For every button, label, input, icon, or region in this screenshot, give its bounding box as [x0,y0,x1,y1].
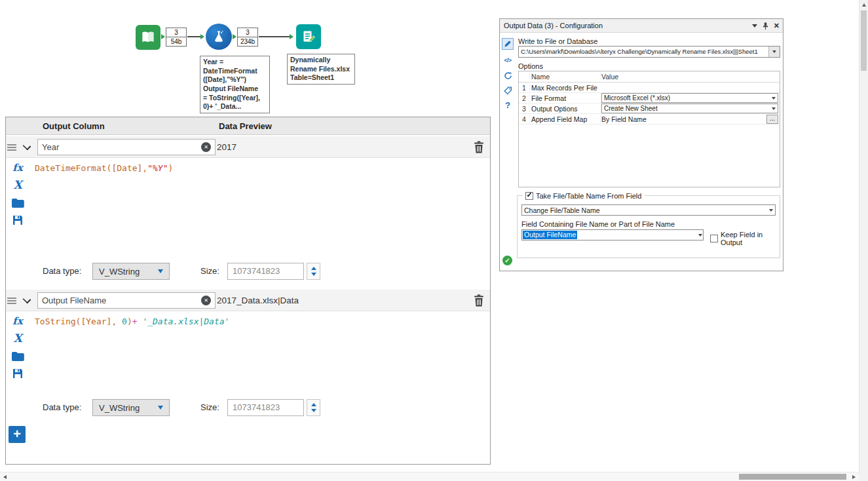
expression-editor[interactable]: fx X ToString([Year], 0)+ '_Data.xlsx|Da… [6,311,490,394]
delete-expression-icon[interactable] [473,294,485,307]
file-format-select[interactable]: Microsoft Excel (*.xlsx) [601,93,778,103]
expression-block: Year ✕ 2017 fx X [6,136,490,284]
output-anchor-icon[interactable] [233,34,236,39]
expression-text[interactable]: ToString([Year], 0)+ '_Data.xlsx|Data' [35,317,229,326]
columns-icon[interactable]: X [10,331,25,345]
refresh-icon[interactable] [502,69,514,81]
checked-checkbox-icon[interactable] [525,192,533,200]
panel-menu-icon[interactable] [752,24,757,28]
help-icon[interactable]: ? [502,99,514,111]
path-dropdown-button[interactable] [768,47,780,57]
formula-tool-annotation[interactable]: Year = DateTimeFormat ([Date],"%Y") Outp… [200,56,270,113]
save-expression-icon[interactable] [10,366,25,381]
saved-expressions-folder-icon[interactable] [10,196,25,210]
columns-icon[interactable]: X [10,178,25,192]
keep-field-checkbox[interactable]: Keep Field in Output [710,231,780,246]
output-data-tool[interactable] [296,24,321,49]
vertical-scroll-thumb[interactable] [861,10,867,71]
functions-icon[interactable]: fx [10,161,25,175]
connection-progress-badge[interactable]: 3 54b [166,28,187,47]
chevron-down-icon [158,406,163,410]
field-containing-label: Field Containing File Name or Part of Fi… [521,220,675,228]
size-input[interactable]: 1073741823 [227,399,304,416]
collapse-chevron-icon[interactable] [23,296,31,303]
scroll-left-icon[interactable] [3,475,7,479]
append-field-map-browse-button[interactable]: ... [766,115,778,124]
clear-field-icon[interactable]: ✕ [201,296,211,305]
change-name-select[interactable]: Change File/Table Name [521,204,776,216]
horizontal-scrollbar[interactable] [0,472,859,481]
unchecked-checkbox-icon[interactable] [710,235,718,242]
vertical-scrollbar[interactable] [859,0,868,481]
close-icon[interactable]: ✕ [774,22,780,29]
option-row-output-options[interactable]: 3 Output Options Create New Sheet [519,104,780,114]
config-panel-titlebar[interactable]: Output Data (3) - Configuration ✕ [500,19,783,33]
record-count: 3 [238,28,257,37]
xml-view-icon[interactable]: </> [502,54,514,66]
keep-field-label: Keep Field in Output [721,231,780,246]
scroll-up-icon[interactable] [862,3,866,7]
output-column-value: Output FileName [42,296,201,305]
stepper-up-icon[interactable] [311,403,316,406]
field-name-value: Output FileName [523,231,577,239]
take-filename-checkbox[interactable]: Take File/Table Name From Field [523,191,644,201]
options-label: Options [518,62,543,70]
connection-wire [187,36,202,37]
clear-field-icon[interactable]: ✕ [201,142,211,152]
output-column-header: Output Column [43,117,105,135]
expression-block: Output FileName ✕ 2017_Data.xlsx|Data [6,290,490,421]
scrollbar-corner [859,472,868,481]
output-column-value: Year [42,142,201,152]
add-expression-button[interactable]: + [9,426,26,443]
data-type-select[interactable]: V_WString [92,263,170,280]
functions-icon[interactable]: fx [10,314,25,328]
chevron-down-icon [698,234,702,237]
drag-handle-icon[interactable] [7,296,16,305]
collapse-chevron-icon[interactable] [23,142,31,150]
input-data-tool[interactable] [136,25,160,50]
workflow-valid-icon: ✓ [502,256,512,265]
formula-tool[interactable] [206,24,232,50]
size-stepper[interactable] [307,399,320,416]
expression-editor[interactable]: fx X DateTimeFormat([Date],"%Y") [6,158,490,258]
chevron-down-icon [158,269,163,273]
output-options-select[interactable]: Create New Sheet [601,104,778,113]
option-row-max-records[interactable]: 1 Max Records Per File [519,83,780,93]
stepper-down-icon[interactable] [311,409,316,412]
append-field-map-value: By Field Name [601,115,647,123]
delete-expression-icon[interactable] [473,140,485,153]
output-tool-annotation[interactable]: Dynamically Rename Files.xlsx Table=Shee… [287,54,355,85]
formula-panel-header: Output Column Data Preview [6,117,490,135]
configuration-pen-icon[interactable] [502,38,514,50]
option-row-file-format[interactable]: 2 File Format Microsoft Excel (*.xlsx) [519,93,780,104]
output-path-combo[interactable]: C:\Users\markf\Downloads\Alteryx Challen… [518,46,780,58]
size-stepper[interactable] [307,263,320,280]
stepper-up-icon[interactable] [311,267,316,270]
input-anchor-icon[interactable] [290,34,293,39]
book-icon [140,29,157,46]
name-column-header: Name [529,73,600,81]
output-column-input[interactable]: Output FileName ✕ [37,292,216,309]
formula-field-row: Output FileName ✕ 2017_Data.xlsx|Data [6,290,490,311]
size-input[interactable]: 1073741823 [227,263,304,280]
pin-icon[interactable] [763,22,768,30]
drag-handle-icon[interactable] [7,143,16,152]
field-name-select[interactable]: Output FileName [521,229,704,240]
size-value: 1073741823 [233,266,280,276]
output-column-input[interactable]: Year ✕ [37,139,216,155]
saved-expressions-folder-icon[interactable] [10,349,25,364]
output-anchor-icon[interactable] [161,34,165,39]
connection-progress-badge[interactable]: 3 234b [237,28,258,47]
horizontal-scroll-thumb[interactable] [739,474,846,480]
option-row-append-field-map[interactable]: 4 Append Field Map By Field Name ... [519,114,780,125]
expression-text[interactable]: DateTimeFormat([Date],"%Y") [35,163,173,173]
annotation-tag-icon[interactable] [502,85,514,96]
data-type-select[interactable]: V_WString [92,399,170,416]
stepper-down-icon[interactable] [311,273,316,276]
input-anchor-icon[interactable] [200,34,204,39]
field-meta-row: Data type: V_WString Size: 1073741823 [6,258,490,284]
data-type-label: Data type: [43,258,81,284]
scroll-right-icon[interactable] [852,475,856,479]
chevron-down-icon [769,209,773,212]
save-expression-icon[interactable] [10,213,25,227]
